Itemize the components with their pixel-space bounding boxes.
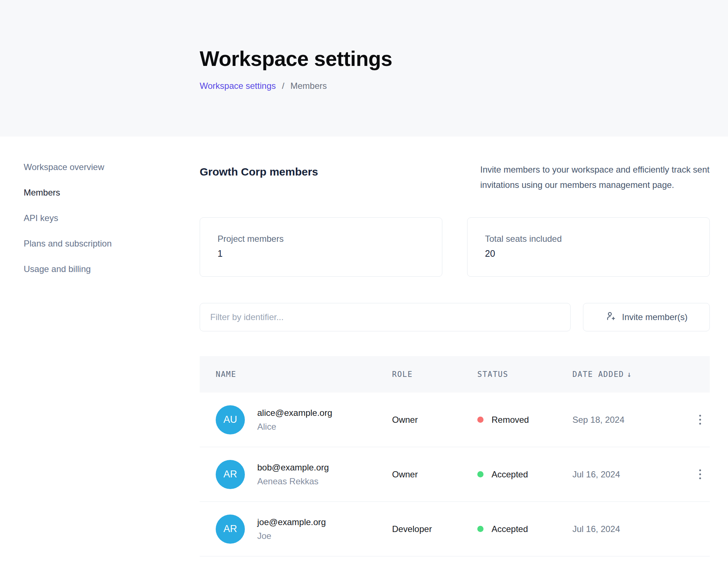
sort-descending-icon: ↓	[627, 370, 632, 379]
member-name-cell: AR joe@example.org Joe	[216, 515, 392, 544]
sidebar-item-usage-and-billing[interactable]: Usage and billing	[24, 264, 200, 274]
stat-card-project-members: Project members 1	[200, 217, 442, 277]
avatar-initials: AR	[223, 469, 237, 480]
sidebar-item-label: Usage and billing	[24, 264, 91, 274]
row-menu-button[interactable]	[696, 466, 705, 483]
filter-input[interactable]	[200, 303, 571, 331]
page-header: Workspace settings Workspace settings / …	[0, 0, 728, 137]
member-name-cell: AU alice@example.org Alice	[216, 405, 392, 434]
invite-members-button[interactable]: Invite member(s)	[583, 303, 710, 331]
column-header-role: ROLE	[392, 370, 477, 379]
status-label: Accepted	[492, 469, 528, 480]
member-status: Accepted	[477, 469, 572, 480]
status-label: Removed	[492, 415, 529, 425]
stat-label: Project members	[218, 234, 424, 244]
member-role: Developer	[392, 524, 477, 534]
member-email: joe@example.org	[257, 517, 326, 527]
sidebar-item-plans-and-subscription[interactable]: Plans and subscription	[24, 239, 200, 249]
invite-members-label: Invite member(s)	[622, 312, 688, 322]
breadcrumb-current: Members	[290, 81, 327, 91]
breadcrumb-link-workspace-settings[interactable]: Workspace settings	[200, 81, 276, 91]
sidebar-item-api-keys[interactable]: API keys	[24, 213, 200, 223]
stat-value: 20	[485, 248, 692, 259]
stat-value: 1	[218, 248, 424, 259]
sidebar-item-label: API keys	[24, 213, 58, 223]
stat-cards: Project members 1 Total seats included 2…	[200, 217, 710, 277]
status-dot	[477, 417, 484, 423]
member-username: Alice	[257, 422, 332, 432]
sidebar-item-label: Members	[24, 188, 60, 197]
sidebar-item-label: Workspace overview	[24, 162, 104, 172]
member-name-cell: AR bob@example.org Aeneas Rekkas	[216, 460, 392, 489]
member-status: Accepted	[477, 524, 572, 534]
members-heading: Growth Corp members	[200, 166, 318, 193]
member-role: Owner	[392, 415, 477, 425]
avatar-initials: AU	[223, 414, 237, 425]
settings-sidebar: Workspace overview Members API keys Plan…	[0, 162, 200, 556]
stat-label: Total seats included	[485, 234, 692, 244]
breadcrumb: Workspace settings / Members	[200, 81, 728, 91]
member-date-added: Jul 16, 2024	[572, 524, 690, 534]
members-panel: Growth Corp members Invite members to yo…	[200, 162, 710, 556]
page-title: Workspace settings	[200, 47, 728, 71]
member-email: alice@example.org	[257, 408, 332, 418]
member-username: Joe	[257, 531, 326, 541]
member-row-joe-example-org: AR joe@example.org Joe Developer Accepte…	[200, 502, 710, 556]
avatar: AR	[216, 515, 245, 544]
avatar: AU	[216, 405, 245, 434]
members-table-header: NAME ROLE STATUS DATE ADDED↓	[200, 356, 710, 393]
status-label: Accepted	[492, 524, 528, 534]
member-date-added: Jul 16, 2024	[572, 469, 690, 480]
sidebar-item-label: Plans and subscription	[24, 239, 111, 248]
avatar: AR	[216, 460, 245, 489]
member-date-added: Sep 18, 2024	[572, 415, 690, 425]
members-description: Invite members to your workspace and eff…	[480, 162, 710, 193]
members-table: NAME ROLE STATUS DATE ADDED↓ AU alice@ex…	[200, 356, 710, 556]
member-row-bob-example-org: AR bob@example.org Aeneas Rekkas Owner A…	[200, 447, 710, 502]
column-header-date-added[interactable]: DATE ADDED↓	[572, 370, 690, 379]
status-dot	[477, 526, 484, 532]
row-menu-button[interactable]	[696, 411, 705, 428]
member-email: bob@example.org	[257, 462, 329, 473]
member-role: Owner	[392, 469, 477, 480]
stat-card-total-seats-included: Total seats included 20	[467, 217, 710, 277]
column-header-status: STATUS	[477, 370, 572, 379]
member-status: Removed	[477, 415, 572, 425]
avatar-initials: AR	[223, 523, 237, 535]
status-dot	[477, 471, 484, 477]
member-row-alice-example-org: AU alice@example.org Alice Owner Removed…	[200, 393, 710, 447]
breadcrumb-separator: /	[282, 81, 285, 91]
member-username: Aeneas Rekkas	[257, 476, 329, 486]
sidebar-item-workspace-overview[interactable]: Workspace overview	[24, 162, 200, 172]
column-header-name: NAME	[216, 370, 392, 379]
sidebar-item-members[interactable]: Members	[24, 188, 200, 198]
person-plus-icon	[605, 311, 616, 324]
